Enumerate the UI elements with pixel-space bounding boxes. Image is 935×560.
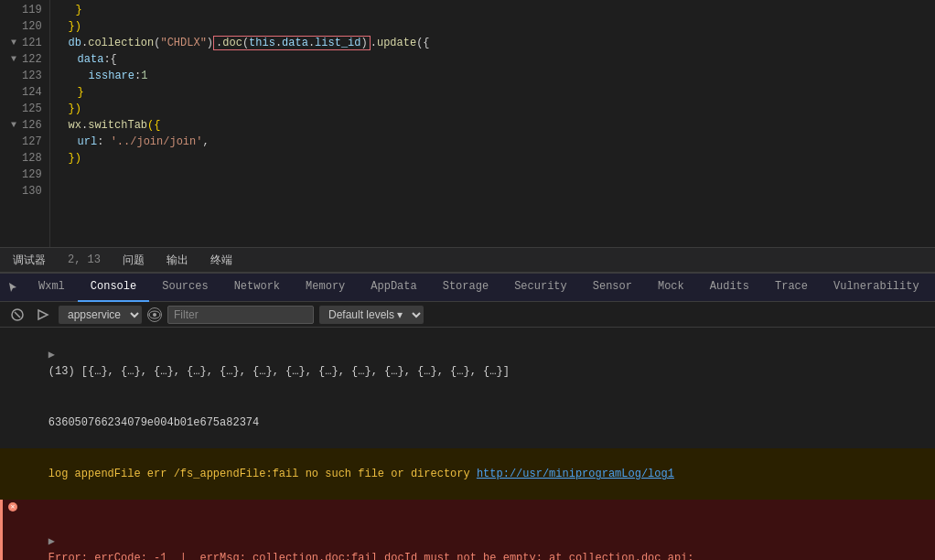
code-line-129 (59, 167, 935, 183)
warning-link-1[interactable]: http://usr/miniprogramLog/log1 (477, 468, 674, 480)
console-line-array: ▶ (13) [{…}, {…}, {…}, {…}, {…}, {…}, {…… (0, 329, 935, 397)
line-124: 124 (7, 84, 42, 101)
toolbar-tab-problems[interactable]: 问题 (119, 251, 148, 270)
line-121: ▼ 121 (7, 35, 42, 51)
bottom-toolbar: 调试器 2, 13 问题 输出 终端 (0, 247, 935, 273)
tab-network[interactable]: Network (221, 273, 293, 302)
devtools-tabs: Wxml Console Sources Network Memory AppD… (0, 273, 935, 302)
console-toolbar: appservice Default levels ▾ (0, 302, 935, 328)
tab-console[interactable]: Console (78, 273, 149, 302)
tab-sources[interactable]: Sources (149, 273, 220, 302)
code-line-127: url: '../join/join', (59, 134, 935, 150)
code-content: } }) db.collection("CHDLX").doc(this.dat… (50, 0, 935, 247)
line-126: ▼ 126 (7, 117, 42, 134)
line-129: 129 (7, 167, 42, 183)
code-line-119: } (59, 2, 935, 18)
code-line-122: data:{ (59, 51, 935, 68)
tab-wxml[interactable]: Wxml (26, 273, 78, 302)
code-line-124: } (59, 84, 935, 101)
tab-appdata[interactable]: AppData (358, 273, 429, 302)
tab-mock[interactable]: Mock (645, 273, 697, 302)
svg-marker-2 (38, 310, 48, 319)
code-line-123: isshare:1 (59, 68, 935, 84)
tab-audits[interactable]: Audits (697, 273, 762, 302)
code-line-120: }) (59, 18, 935, 35)
tab-storage[interactable]: Storage (430, 273, 501, 302)
svg-point-4 (153, 313, 156, 317)
code-line-121: db.collection("CHDLX").doc(this.data.lis… (59, 35, 935, 51)
code-line-125: }) (59, 101, 935, 117)
tab-vulnerability[interactable]: Vulnerability (821, 273, 932, 302)
pause-on-exception-button[interactable] (33, 305, 53, 325)
code-line-130 (59, 183, 935, 199)
toolbar-tab-output[interactable]: 输出 (163, 251, 192, 270)
service-selector[interactable]: appservice (59, 306, 142, 324)
line-119: 119 (7, 2, 42, 18)
line-130: 130 (7, 183, 42, 199)
console-line-warning1: log appendFile err /fs_appendFile:fail n… (0, 448, 935, 500)
line-122: ▼ 122 (7, 51, 42, 68)
clear-console-button[interactable] (7, 305, 27, 325)
code-line-126: wx.switchTab({ (59, 117, 935, 134)
console-line-error-main: ✕ ▶ Error: errCode: -1 | errMsg: collect… (0, 500, 935, 560)
tab-sensor[interactable]: Sensor (580, 273, 645, 302)
tab-memory[interactable]: Memory (293, 273, 358, 302)
line-128: 128 (7, 150, 42, 167)
eye-icon[interactable] (147, 307, 162, 322)
line-123: 123 (7, 68, 42, 84)
filter-input[interactable] (167, 306, 314, 324)
line-numbers: 119 120 ▼ 121 ▼ 122 123 124 125 ▼ 126 (0, 0, 50, 247)
console-line-id: 636050766234079e004b01e675a82374 (0, 397, 935, 448)
line-125: 125 (7, 101, 42, 117)
svg-line-1 (15, 312, 20, 318)
tab-trace[interactable]: Trace (762, 273, 821, 302)
line-120: 120 (7, 18, 42, 35)
error-dot: ✕ (8, 502, 17, 512)
cursor-icon[interactable] (0, 273, 26, 302)
code-editor: 119 120 ▼ 121 ▼ 122 123 124 125 ▼ 126 (0, 0, 935, 247)
code-line-128: }) (59, 150, 935, 167)
line-127: 127 (7, 134, 42, 150)
console-output: ▶ (13) [{…}, {…}, {…}, {…}, {…}, {…}, {…… (0, 328, 935, 560)
tab-security[interactable]: Security (501, 273, 580, 302)
toolbar-tab-position: 2, 13 (64, 252, 104, 268)
toolbar-tab-debugger[interactable]: 调试器 (9, 251, 49, 270)
log-level-selector[interactable]: Default levels ▾ (319, 306, 424, 324)
toolbar-tab-terminal[interactable]: 终端 (207, 251, 236, 270)
